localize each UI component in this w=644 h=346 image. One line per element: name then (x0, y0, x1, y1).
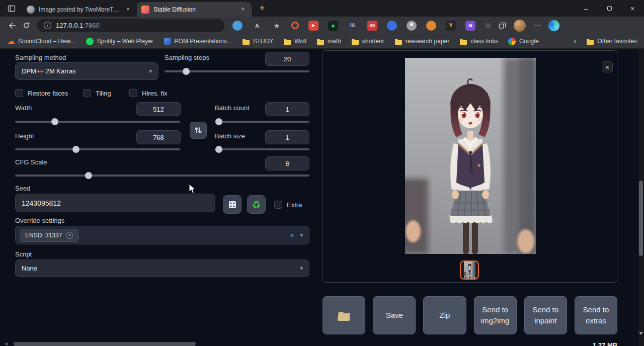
orange-ring-extension-icon[interactable] (291, 22, 299, 29)
video-extension-icon[interactable]: ▶ (308, 21, 318, 31)
save-button[interactable]: Save (373, 296, 416, 334)
extra-seed-option[interactable]: Extra (274, 201, 302, 209)
scroll-down-arrow-icon[interactable] (639, 332, 643, 335)
tab-actions-icon[interactable] (5, 3, 18, 15)
new-tab-button[interactable]: + (256, 2, 269, 15)
tiling-checkbox[interactable] (83, 89, 91, 97)
collections-icon[interactable] (499, 22, 506, 29)
copilot-icon[interactable] (548, 20, 559, 31)
height-input[interactable] (136, 130, 181, 144)
tab-image-posted[interactable]: Image posted by TwoMoreTimes... × (22, 2, 137, 17)
scroll-left-arrow-icon[interactable] (5, 342, 8, 345)
bookmark-soundcloud[interactable]: ☁SoundCloud – Hear... (7, 37, 76, 45)
tiling-option[interactable]: Tiling (83, 89, 111, 97)
extension-icons: A ★ ▶ ◆ IA AD Y M (232, 21, 475, 31)
hires-fix-checkbox[interactable] (129, 89, 137, 97)
random-seed-button[interactable] (223, 195, 242, 214)
seed-input[interactable] (15, 194, 215, 212)
restore-faces-option[interactable]: Restore faces (15, 89, 68, 97)
back-button[interactable] (5, 19, 19, 33)
bookmark-shortenr[interactable]: shortenr (351, 37, 384, 45)
sampling-method-dropdown[interactable]: DPM++ 2M Karras ▾ (15, 62, 158, 80)
extra-checkbox[interactable] (274, 201, 282, 209)
sampling-steps-input[interactable] (265, 52, 309, 66)
send-to-img2img-button[interactable]: Send to img2img (474, 296, 517, 334)
tab-close-icon[interactable]: × (238, 5, 247, 14)
zip-button[interactable]: Zip (423, 296, 466, 334)
width-input[interactable] (136, 102, 181, 116)
restore-faces-checkbox[interactable] (15, 89, 23, 97)
swap-dimensions-button[interactable] (190, 122, 207, 139)
blue-circle-extension-icon[interactable] (387, 21, 397, 31)
bookmarks-overflow-chevron-icon[interactable]: › (574, 37, 576, 46)
chip-remove-icon[interactable]: × (66, 232, 73, 239)
slider-handle[interactable] (215, 146, 222, 153)
bookmark-math[interactable]: math (316, 37, 341, 45)
other-favorites-button[interactable]: Other favorites (586, 37, 637, 45)
slider-handle[interactable] (183, 68, 190, 75)
clear-all-icon[interactable]: × (290, 231, 294, 239)
maximize-button[interactable] (598, 0, 621, 17)
slider-handle[interactable] (51, 118, 58, 125)
override-settings-box[interactable]: ENSD: 31337 × × ▾ (15, 226, 309, 244)
bookmark-class-links[interactable]: class links (459, 37, 498, 45)
y-extension-icon[interactable]: Y (446, 21, 456, 31)
slider-handle[interactable] (215, 118, 222, 125)
site-info-icon[interactable]: i (44, 22, 51, 29)
send-to-extras-button[interactable]: Send to extras (575, 296, 617, 334)
address-bar[interactable]: i 127.0.0.1:7860 (37, 19, 224, 32)
horizontal-scrollbar-thumb[interactable] (14, 342, 196, 346)
minimize-button[interactable]: – (575, 0, 598, 17)
batch-count-slider[interactable] (215, 118, 309, 125)
scrollbar-thumb[interactable] (639, 181, 643, 256)
batch-size-input[interactable] (265, 130, 309, 144)
hires-fix-option[interactable]: Hires. fix (129, 89, 168, 97)
height-slider[interactable] (15, 146, 180, 153)
cfg-scale-input[interactable] (265, 156, 309, 170)
slider-handle[interactable] (72, 146, 79, 153)
tab-close-icon[interactable]: × (124, 5, 132, 14)
tab-stable-diffusion[interactable]: Stable Diffusion × (137, 2, 252, 17)
open-folder-button[interactable] (323, 296, 365, 334)
close-preview-icon[interactable]: × (602, 61, 613, 72)
bookmark-label: class links (470, 38, 498, 45)
window-controls: – × (575, 0, 644, 17)
slider-handle[interactable] (85, 172, 92, 179)
google-icon (508, 37, 516, 45)
url-text[interactable]: 127.0.0.1:7860 (56, 22, 100, 29)
bookmark-study[interactable]: STUDY (242, 37, 274, 45)
bookmark-wolf[interactable]: Wolf (283, 37, 306, 45)
bookmark-pom[interactable]: POM Presentations... (164, 37, 232, 45)
window-close-button[interactable]: × (621, 0, 644, 17)
bookmark-reasearch-paper[interactable]: reasearch paper (394, 37, 449, 45)
profile-avatar[interactable] (514, 20, 526, 32)
orange-circle-extension-icon[interactable] (426, 21, 436, 31)
override-chip[interactable]: ENSD: 31337 × (20, 229, 78, 242)
star-extension-icon[interactable]: ★ (272, 21, 282, 31)
pin-extension-icon[interactable] (407, 21, 417, 31)
sampling-steps-slider[interactable] (165, 68, 309, 75)
gallery-thumbnail[interactable] (460, 261, 479, 280)
vertical-scrollbar[interactable] (638, 49, 644, 346)
send-to-inpaint-button[interactable]: Send to inpaint (524, 296, 567, 334)
a-extension-icon[interactable]: A (252, 21, 262, 31)
generated-image[interactable] (405, 58, 536, 254)
script-dropdown[interactable]: None ▾ (15, 260, 309, 277)
batch-count-input[interactable] (265, 102, 309, 116)
chevron-down-icon[interactable]: ▾ (300, 232, 303, 238)
ad-extension-icon[interactable]: AD (367, 21, 377, 31)
purple-extension-icon[interactable]: M (465, 21, 475, 31)
dark-green-extension-icon[interactable]: ◆ (328, 21, 338, 31)
cfg-scale-slider[interactable] (15, 172, 309, 179)
slider-track (15, 121, 180, 123)
batch-size-slider[interactable] (215, 146, 309, 153)
ia-extension-icon[interactable]: IA (348, 21, 358, 31)
reuse-seed-button[interactable]: ♻ (247, 195, 266, 214)
tag-extension-icon[interactable] (232, 21, 243, 31)
refresh-button[interactable] (19, 19, 33, 33)
bookmark-google[interactable]: Google (508, 37, 539, 45)
menu-dots-icon[interactable]: ⋯ (533, 21, 541, 30)
favorites-star-icon[interactable]: ☆ (485, 21, 491, 30)
bookmark-spotify[interactable]: Spotify – Web Player (86, 37, 153, 45)
width-slider[interactable] (15, 118, 180, 125)
